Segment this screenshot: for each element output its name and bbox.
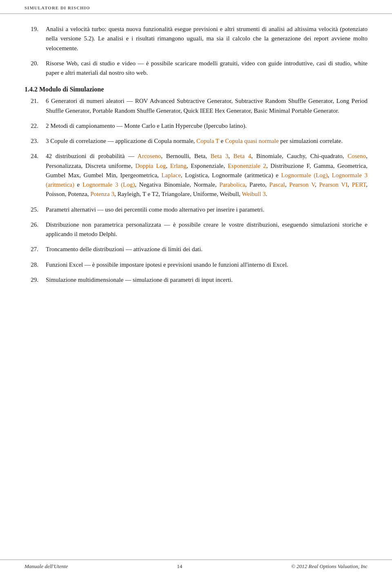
list-item: 21. 6 Generatori di numeri aleatori — RO… xyxy=(24,96,368,116)
list-item: 29. Simulazione multidimensionale — simu… xyxy=(24,275,368,285)
highlight-doppia-log: Doppia Log xyxy=(135,163,166,169)
list-item: 20. Risorse Web, casi di studio e video … xyxy=(24,59,368,78)
item-text: 6 Generatori di numeri aleatori — ROV Ad… xyxy=(46,96,368,116)
list-item: 19. Analisi a velocità turbo: questa nuo… xyxy=(24,25,368,53)
highlight-pascal: Pascal xyxy=(270,181,285,188)
list-item: 22. 2 Metodi di campionamento — Monte Ca… xyxy=(24,121,368,131)
highlight-pert: PERT xyxy=(352,181,366,188)
highlight-weibull3: Weibull 3 xyxy=(242,191,265,197)
section-header: 1.4.2 Modulo di Simulazione xyxy=(24,86,368,93)
highlight-copula-t: Copula T xyxy=(196,138,219,144)
footer-page: 14 xyxy=(177,563,182,570)
list-item: 24. 42 distribuzioni di probabilità — Ar… xyxy=(24,152,368,199)
highlight-copula-quasi: Copula quasi normale xyxy=(225,138,279,144)
item-number: 22. xyxy=(24,121,46,131)
list-item: 23. 3 Copule di correlazione — applicazi… xyxy=(24,136,368,146)
main-content: 19. Analisi a velocità turbo: questa nuo… xyxy=(24,20,368,285)
item-number: 28. xyxy=(24,260,46,270)
item-text: 3 Copule di correlazione — applicazione … xyxy=(46,136,368,146)
highlight-pearson6: Pearson VI xyxy=(319,181,348,188)
highlight-lognormale-log: Lognormale (Log) xyxy=(281,172,328,178)
list-item: 26. Distribuzione non parametrica person… xyxy=(24,220,368,239)
item-number: 27. xyxy=(24,245,46,254)
item-text: Troncamento delle distribuzioni — attiva… xyxy=(46,245,368,254)
item-number: 29. xyxy=(24,275,46,285)
item-text: Simulazione multidimensionale — simulazi… xyxy=(46,275,368,285)
highlight-beta3: Beta 3 xyxy=(211,153,229,159)
list-item: 27. Troncamento delle distribuzioni — at… xyxy=(24,245,368,254)
highlight-coseno: Coseno xyxy=(347,153,366,159)
item-number: 20. xyxy=(24,59,46,78)
highlight-parabolica: Parabolica xyxy=(219,181,245,188)
item-text: Funzioni Excel — è possibile impostare i… xyxy=(46,260,368,270)
highlight-lognormale3-log: Lognormale 3 (Log) xyxy=(82,181,135,188)
item-text: Parametri alternativi — uso dei percenti… xyxy=(46,205,368,214)
item-text: 42 distribuzioni di probabilità — Arcose… xyxy=(46,152,368,199)
highlight-erlang: Erlang xyxy=(170,163,187,169)
highlight-beta4: Beta 4 xyxy=(234,153,252,159)
highlight-potenza3: Potenza 3 xyxy=(90,191,114,197)
page-footer: Manuale dell'Utente 14 © 2012 Real Optio… xyxy=(0,560,392,573)
item-text: Risorse Web, casi di studio e video — è … xyxy=(46,59,368,78)
item-text: 2 Metodi di campionamento — Monte Carlo … xyxy=(46,121,368,131)
highlight-esponenziale2: Esponenziale 2 xyxy=(228,163,266,169)
item-number: 23. xyxy=(24,136,46,146)
item-number: 24. xyxy=(24,152,46,199)
item-number: 19. xyxy=(24,25,46,53)
item-text: Distribuzione non parametrica personaliz… xyxy=(46,220,368,239)
highlight-pearson5: Pearson V xyxy=(289,181,315,188)
page-header: SIMULATORE DI RISCHIO xyxy=(0,0,392,14)
item-number: 25. xyxy=(24,205,46,214)
item-number: 21. xyxy=(24,96,46,116)
list-item: 28. Funzioni Excel — è possibile imposta… xyxy=(24,260,368,270)
highlight-laplace: Laplace xyxy=(161,172,180,178)
list-item: 25. Parametri alternativi — uso dei perc… xyxy=(24,205,368,214)
footer-left: Manuale dell'Utente xyxy=(24,563,68,570)
item-text: Analisi a velocità turbo: questa nuova f… xyxy=(46,25,368,53)
highlight-arcoseno: Arcoseno xyxy=(138,153,161,159)
item-number: 26. xyxy=(24,220,46,239)
footer-right: © 2012 Real Options Valuation, Inc xyxy=(291,563,368,570)
header-title: SIMULATORE DI RISCHIO xyxy=(24,5,90,10)
